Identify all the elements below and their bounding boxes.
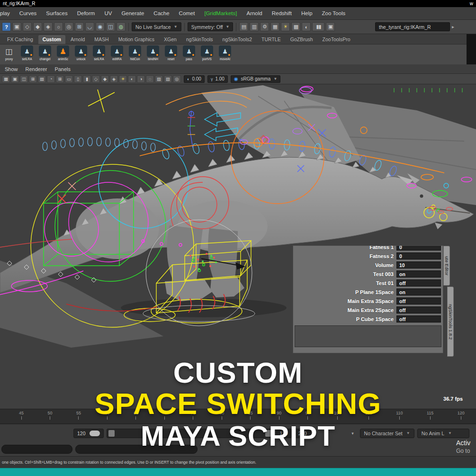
field-expand-icon[interactable]: ▸ <box>452 24 454 29</box>
menu-item[interactable]: [GridMarkets] <box>199 10 242 16</box>
display-layers-icon[interactable]: ▦ <box>270 22 279 31</box>
shelf-tab[interactable]: TURTLE <box>257 35 285 44</box>
gamma-field[interactable]: γ 1.00 <box>207 75 228 83</box>
menu-item[interactable]: Arnold <box>242 10 267 16</box>
ngskintools-tab[interactable]: ngSkinTools 1.8.2 <box>447 287 454 357</box>
channel-attr-label[interactable]: Test 003 <box>373 271 394 277</box>
ambient-occlusion-icon[interactable]: ◑ <box>137 75 145 83</box>
render-icon[interactable]: ▤ <box>239 22 248 31</box>
lights-icon[interactable]: ☀ <box>119 75 127 83</box>
resolution-gate-icon[interactable]: ▯ <box>74 75 82 83</box>
shelf-editRA-button[interactable]: ♟ editRA <box>109 45 125 64</box>
channel-attr-label[interactable]: P Plane 1Space <box>355 289 394 295</box>
channel-attr-label[interactable]: P Cube 1Space <box>356 316 394 322</box>
shelf-tab[interactable]: Custom <box>38 35 65 44</box>
menu-item[interactable]: Zoo Tools <box>317 10 350 16</box>
channel-attr-value[interactable]: on <box>396 270 441 278</box>
shelf-bindNH-button[interactable]: ♟ bindNH <box>145 45 161 64</box>
film-gate-icon[interactable]: ▭ <box>65 75 73 83</box>
channel-attr-value[interactable]: 0 <box>396 252 441 260</box>
ipr-render-icon[interactable]: ▥ <box>250 22 259 31</box>
shelf-hidCon-button[interactable]: ♟ hidCon <box>127 45 143 64</box>
menu-item[interactable]: Cache <box>149 10 174 16</box>
shadows-icon[interactable]: ◐ <box>128 75 136 83</box>
lasso-select-icon[interactable]: ○ <box>54 22 63 31</box>
shelf-tab[interactable]: FX Caching <box>3 35 37 44</box>
channel-attr-label[interactable]: Main Extra 2Space <box>348 307 394 313</box>
channel-attr-label[interactable]: Fatness 2 <box>369 253 394 259</box>
animation-end-field[interactable]: 200 <box>295 429 311 438</box>
playback-end-field[interactable]: 120 <box>276 429 292 438</box>
help-icon[interactable]: ? <box>2 22 11 31</box>
hypershade-icon[interactable]: ◐ <box>302 22 311 31</box>
shelf-reset-button[interactable]: ♟ reset <box>163 45 179 64</box>
paint-select-icon[interactable]: ◎ <box>64 22 73 31</box>
shelf-tab[interactable]: MASH <box>90 35 113 44</box>
textured-icon[interactable]: ▩ <box>291 22 300 31</box>
channel-attr-value[interactable]: 10 <box>396 261 441 269</box>
lighting-icon[interactable]: ☀ <box>281 22 290 31</box>
snap-plane-icon[interactable]: ◫ <box>106 22 115 31</box>
textured-display-icon[interactable]: ◈ <box>110 75 118 83</box>
shelf-proxy-button[interactable]: ◫ proxy <box>1 45 17 64</box>
menu-item[interactable]: Help <box>296 10 317 16</box>
colorspace-dropdown[interactable]: ◉ sRGB gamma ▼ <box>231 75 280 83</box>
shelf-selLRA2-button[interactable]: ♟ selLRA <box>91 45 107 64</box>
select-hierarchy-icon[interactable]: ◇ <box>23 22 32 31</box>
quick-selection-field[interactable]: the_tyrant_rig:IKArm_R <box>375 22 450 31</box>
lock-camera-icon[interactable]: ▣ <box>11 75 19 83</box>
shelf-tab[interactable]: GoZBrush <box>286 35 317 44</box>
pause-icon[interactable]: ▮▮ <box>312 22 324 31</box>
shelf-tab[interactable]: ZooToolsPro <box>318 35 355 44</box>
anti-alias-icon[interactable]: ▨ <box>155 75 163 83</box>
shelf-unlock-button[interactable]: ♟ unlock <box>73 45 89 64</box>
shelf-tab[interactable]: ngSkinTools2 <box>218 35 256 44</box>
snap-curve-icon[interactable]: ◡ <box>85 22 94 31</box>
image-plane-icon[interactable]: ▤ <box>38 75 46 83</box>
playback-start-field[interactable]: 120 <box>73 429 104 438</box>
anim-layer-dropdown[interactable]: No Anim L▼ <box>417 429 469 438</box>
menu-item[interactable]: UV <box>99 10 117 16</box>
menu-item[interactable]: Curves <box>15 10 41 16</box>
channel-attr-value[interactable]: off <box>396 315 441 323</box>
shelf-selLRA-button[interactable]: ♟ selLRA <box>19 45 35 64</box>
command-line-result[interactable] <box>75 445 198 454</box>
make-live-icon[interactable]: ◍ <box>117 22 126 31</box>
menu-item[interactable]: Redshift <box>267 10 296 16</box>
viewport-panel[interactable]: Fatness 1 0 Fatness 2 0 Volume 10 T <box>0 84 476 409</box>
xray-icon[interactable]: ▧ <box>164 75 172 83</box>
menu-item[interactable]: Comet <box>174 10 200 16</box>
channel-attr-label[interactable]: Fatness 1 <box>369 245 394 250</box>
shelf-pass-button[interactable]: ♟ pass <box>181 45 197 64</box>
channel-attr-value[interactable]: off <box>396 279 441 287</box>
command-line-input[interactable] <box>1 445 72 454</box>
panel-menu-item[interactable]: Show <box>5 66 18 72</box>
playback-options-icon[interactable]: ▾ <box>349 431 357 436</box>
snap-point-icon[interactable]: ◉ <box>96 22 105 31</box>
select-component-icon[interactable]: ◈ <box>44 22 53 31</box>
menu-item[interactable]: splay <box>0 10 15 16</box>
character-set-dropdown[interactable]: No Character Set▼ <box>360 429 414 438</box>
channel-attr-label[interactable]: Test 01 <box>376 280 394 286</box>
shelf-moveAt-button[interactable]: ♟ moveAt <box>217 45 233 64</box>
channel-attr-value[interactable]: on <box>396 288 441 296</box>
shaded-icon[interactable]: ◆ <box>101 75 109 83</box>
gate-mask-icon[interactable]: ▮ <box>83 75 91 83</box>
attribute-editor-tab[interactable]: ute Editor <box>443 246 450 286</box>
menu-item[interactable]: Deform <box>72 10 100 16</box>
range-slider-track[interactable] <box>107 429 273 438</box>
2d-pan-zoom-icon[interactable]: ◔ <box>47 75 55 83</box>
shelf-portVS-button[interactable]: ♟ portVS <box>199 45 215 64</box>
shelf-tab[interactable]: Motion Graphics <box>114 35 159 44</box>
select-object-icon[interactable]: ◆ <box>33 22 42 31</box>
highlight-selection-icon[interactable]: ▣ <box>326 22 335 31</box>
panel-menu-item[interactable]: Panels <box>54 66 71 72</box>
bookmarks-icon[interactable]: ⊞ <box>29 75 37 83</box>
exposure-field[interactable]: ◐ 0.00 <box>184 75 205 83</box>
menu-item[interactable]: Generate <box>117 10 149 16</box>
menu-item[interactable]: Surfaces <box>41 10 72 16</box>
shelf-tab[interactable]: XGen <box>160 35 181 44</box>
symmetry-dropdown[interactable]: Symmetry: Off▼ <box>188 22 234 31</box>
motion-blur-icon[interactable]: ◌ <box>146 75 154 83</box>
time-slider[interactable]: 4550556065707580859095100105110115120 <box>0 409 476 424</box>
